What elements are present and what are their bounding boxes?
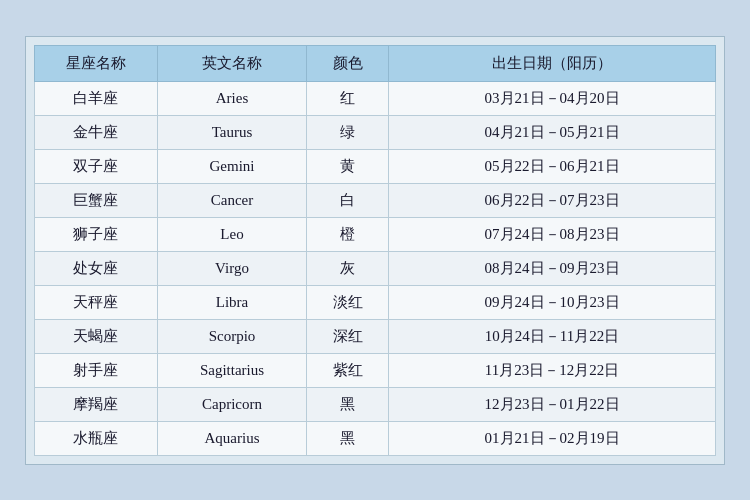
cell-color: 白 <box>307 183 389 217</box>
cell-chinese: 狮子座 <box>35 217 158 251</box>
cell-english: Virgo <box>157 251 307 285</box>
cell-english: Libra <box>157 285 307 319</box>
cell-color: 黄 <box>307 149 389 183</box>
table-row: 天蝎座Scorpio深红10月24日－11月22日 <box>35 319 716 353</box>
cell-color: 淡红 <box>307 285 389 319</box>
cell-chinese: 水瓶座 <box>35 421 158 455</box>
cell-chinese: 巨蟹座 <box>35 183 158 217</box>
cell-chinese: 射手座 <box>35 353 158 387</box>
table-row: 处女座Virgo灰08月24日－09月23日 <box>35 251 716 285</box>
cell-date: 06月22日－07月23日 <box>389 183 716 217</box>
cell-english: Capricorn <box>157 387 307 421</box>
cell-date: 12月23日－01月22日 <box>389 387 716 421</box>
cell-chinese: 天蝎座 <box>35 319 158 353</box>
table-row: 摩羯座Capricorn黑12月23日－01月22日 <box>35 387 716 421</box>
cell-date: 05月22日－06月21日 <box>389 149 716 183</box>
cell-chinese: 双子座 <box>35 149 158 183</box>
header-english: 英文名称 <box>157 45 307 81</box>
table-row: 巨蟹座Cancer白06月22日－07月23日 <box>35 183 716 217</box>
table-row: 双子座Gemini黄05月22日－06月21日 <box>35 149 716 183</box>
cell-color: 橙 <box>307 217 389 251</box>
table-row: 水瓶座Aquarius黑01月21日－02月19日 <box>35 421 716 455</box>
table-body: 白羊座Aries红03月21日－04月20日金牛座Taurus绿04月21日－0… <box>35 81 716 455</box>
cell-date: 01月21日－02月19日 <box>389 421 716 455</box>
cell-date: 03月21日－04月20日 <box>389 81 716 115</box>
cell-color: 黑 <box>307 387 389 421</box>
header-color: 颜色 <box>307 45 389 81</box>
table-row: 白羊座Aries红03月21日－04月20日 <box>35 81 716 115</box>
cell-date: 08月24日－09月23日 <box>389 251 716 285</box>
table-header-row: 星座名称 英文名称 颜色 出生日期（阳历） <box>35 45 716 81</box>
cell-color: 绿 <box>307 115 389 149</box>
cell-color: 深红 <box>307 319 389 353</box>
cell-color: 黑 <box>307 421 389 455</box>
cell-chinese: 白羊座 <box>35 81 158 115</box>
header-chinese: 星座名称 <box>35 45 158 81</box>
table-row: 金牛座Taurus绿04月21日－05月21日 <box>35 115 716 149</box>
table-row: 狮子座Leo橙07月24日－08月23日 <box>35 217 716 251</box>
cell-chinese: 处女座 <box>35 251 158 285</box>
cell-english: Sagittarius <box>157 353 307 387</box>
cell-color: 灰 <box>307 251 389 285</box>
cell-english: Gemini <box>157 149 307 183</box>
table-row: 射手座Sagittarius紫红11月23日－12月22日 <box>35 353 716 387</box>
zodiac-table: 星座名称 英文名称 颜色 出生日期（阳历） 白羊座Aries红03月21日－04… <box>34 45 716 456</box>
table-row: 天秤座Libra淡红09月24日－10月23日 <box>35 285 716 319</box>
main-container: 星座名称 英文名称 颜色 出生日期（阳历） 白羊座Aries红03月21日－04… <box>25 36 725 465</box>
cell-color: 紫红 <box>307 353 389 387</box>
cell-chinese: 摩羯座 <box>35 387 158 421</box>
cell-english: Leo <box>157 217 307 251</box>
cell-english: Taurus <box>157 115 307 149</box>
cell-date: 09月24日－10月23日 <box>389 285 716 319</box>
cell-english: Cancer <box>157 183 307 217</box>
cell-color: 红 <box>307 81 389 115</box>
cell-english: Aries <box>157 81 307 115</box>
cell-date: 10月24日－11月22日 <box>389 319 716 353</box>
header-date: 出生日期（阳历） <box>389 45 716 81</box>
cell-date: 11月23日－12月22日 <box>389 353 716 387</box>
cell-date: 07月24日－08月23日 <box>389 217 716 251</box>
cell-english: Scorpio <box>157 319 307 353</box>
cell-chinese: 金牛座 <box>35 115 158 149</box>
cell-chinese: 天秤座 <box>35 285 158 319</box>
cell-date: 04月21日－05月21日 <box>389 115 716 149</box>
cell-english: Aquarius <box>157 421 307 455</box>
